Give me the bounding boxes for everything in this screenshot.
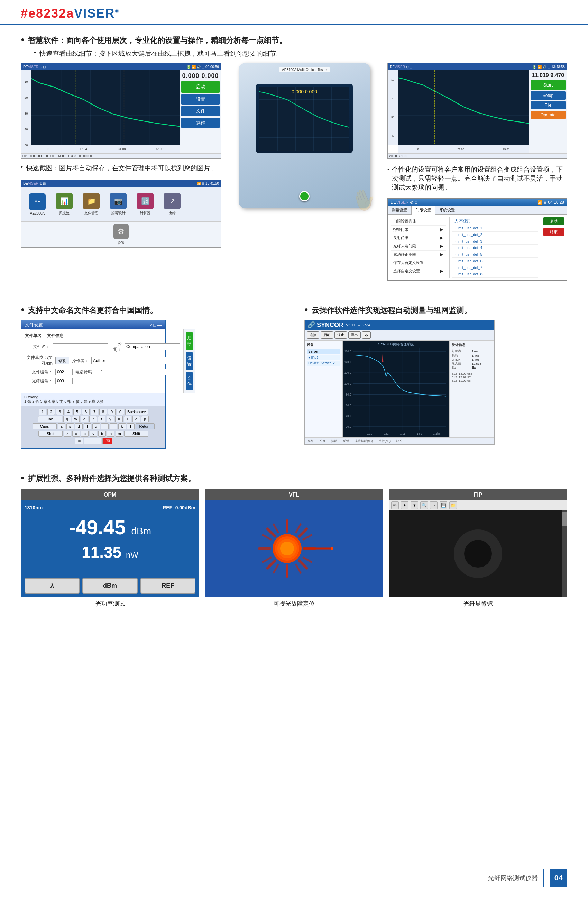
fd-input-author[interactable] [91, 357, 180, 364]
device-power-btn[interactable] [299, 191, 310, 201]
key-h[interactable]: h [101, 423, 108, 429]
fd-input-phone[interactable] [99, 369, 180, 375]
menu-alarm[interactable]: 报警门限▶ [391, 226, 446, 234]
screen2-btn-file[interactable]: File [531, 101, 565, 109]
tab-threshold[interactable]: 门限设置 [412, 206, 435, 214]
screen4-start-btn[interactable]: 启动 [544, 217, 564, 225]
screen2-btn-start[interactable]: Start [531, 80, 565, 90]
key-r[interactable]: r [89, 416, 97, 422]
screen4-end-btn[interactable]: 结束 [544, 228, 564, 236]
fip-tool-save[interactable]: 💾 [440, 501, 447, 509]
screen2-btn-setup[interactable]: Setup [531, 91, 565, 99]
key-3[interactable]: 3 [56, 409, 64, 415]
key-e[interactable]: e [81, 416, 88, 422]
key-caps[interactable]: Caps [32, 423, 57, 429]
fip-tool-folder[interactable]: 📁 [449, 501, 457, 509]
fip-scrollbar[interactable] [562, 510, 567, 597]
opm-btn-lambda[interactable]: λ [24, 578, 79, 594]
key-s[interactable]: s [66, 423, 74, 429]
key-x[interactable]: x [72, 430, 80, 437]
key-4[interactable]: 4 [65, 409, 72, 415]
menu-threshold-tools[interactable]: 门限设置具体 [391, 217, 446, 226]
fip-tool-eye[interactable]: 👁 [391, 501, 399, 509]
key-shift-r[interactable]: Shift [124, 430, 148, 437]
key-c[interactable]: c [81, 430, 89, 437]
key-k[interactable]: k [118, 423, 126, 429]
key-g[interactable]: g [92, 423, 100, 429]
screen1-btn-start[interactable]: 启动 [181, 81, 220, 93]
fd-input-fiber[interactable] [55, 378, 73, 384]
list-usr-def-8[interactable]: · limit_usr_def_8 [452, 271, 538, 277]
fd-input-company[interactable] [125, 343, 180, 350]
menu-fiber-end[interactable]: 光纤末端门限▶ [391, 242, 446, 251]
fd-input-filename[interactable] [53, 343, 108, 350]
list-usr-def-3[interactable]: · limit_usr_def_3 [452, 238, 538, 245]
key-d[interactable]: d [75, 423, 82, 429]
key-q[interactable]: q [63, 416, 71, 422]
key-delete-red[interactable]: ⌫ [102, 438, 112, 444]
key-w[interactable]: w [72, 416, 79, 422]
fd-set-btn[interactable]: 设置 [186, 352, 193, 370]
syncor-device-server2[interactable]: Device_Server_2 [307, 361, 341, 366]
opm-btn-ref[interactable]: REF [141, 578, 195, 594]
key-m[interactable]: m [116, 430, 123, 437]
key-o[interactable]: o [133, 416, 140, 422]
key-t[interactable]: t [98, 416, 105, 422]
fd-file-btn[interactable]: 文件 [186, 372, 193, 390]
key-8[interactable]: 8 [99, 409, 107, 415]
key-6[interactable]: 6 [82, 409, 90, 415]
menu-reflection[interactable]: 反射门限▶ [391, 234, 446, 242]
key-1[interactable]: 1 [39, 409, 46, 415]
tab-measure[interactable]: 测量设置 [388, 206, 412, 214]
key-l[interactable]: l [127, 423, 134, 429]
key-z[interactable]: z [64, 430, 71, 437]
list-usr-def-4[interactable]: · limit_usr_def_4 [452, 245, 538, 251]
fd-btn-modify[interactable]: 修改 [55, 357, 69, 364]
screen1-btn-op[interactable]: 操作 [181, 118, 220, 128]
syncor-btn-export[interactable]: 导出 [348, 331, 361, 339]
fip-tool-circle[interactable]: ○ [430, 501, 438, 509]
syncor-btn-start[interactable]: 启动 [321, 331, 333, 339]
screen1-btn-set[interactable]: 设置 [181, 94, 220, 104]
fd-input-fileno[interactable] [55, 369, 73, 375]
key-b[interactable]: b [98, 430, 106, 437]
syncor-device-server[interactable]: Server [307, 349, 341, 354]
fip-tool-zoom[interactable]: 🔍 [420, 501, 428, 509]
list-usr-def-7[interactable]: · limit_usr_def_7 [452, 265, 538, 271]
key-7[interactable]: 7 [91, 409, 98, 415]
fd-start-btn[interactable]: 启动 [186, 332, 193, 350]
key-tab[interactable]: Tab [38, 416, 62, 422]
list-usr-def-1[interactable]: · limit_usr_def_1 [452, 225, 538, 231]
menu-save-custom[interactable]: 保存为自定义设置 [391, 259, 446, 267]
key-5[interactable]: 5 [73, 409, 81, 415]
key-p[interactable]: p [141, 416, 149, 422]
key-misc1[interactable]: 00 [75, 438, 83, 444]
key-0[interactable]: 0 [116, 409, 124, 415]
fip-scrollbar-thumb[interactable] [562, 512, 567, 526]
list-no-use[interactable]: 大 不使用 [452, 217, 538, 225]
key-i[interactable]: i [124, 416, 131, 422]
list-usr-def-5[interactable]: · limit_usr_def_5 [452, 251, 538, 258]
key-a[interactable]: a [58, 423, 66, 429]
syncor-btn-connect[interactable]: 连接 [307, 331, 319, 339]
key-y[interactable]: y [107, 416, 114, 422]
screen2-btn-op[interactable]: Operate [531, 111, 565, 119]
opm-btn-dbm[interactable]: dBm [82, 578, 137, 594]
syncor-btn-settings[interactable]: ⚙ [362, 331, 371, 339]
key-9[interactable]: 9 [108, 409, 116, 415]
list-usr-def-6[interactable]: · limit_usr_def_6 [452, 258, 538, 265]
screen1-btn-file[interactable]: 文件 [181, 106, 220, 116]
key-backspace[interactable]: Backspace [125, 409, 148, 415]
menu-splice[interactable]: 累消静正高限▶ [391, 251, 446, 259]
menu-select-custom[interactable]: 选择自定义设置▶ [391, 267, 446, 276]
key-n[interactable]: n [107, 430, 115, 437]
key-2[interactable]: 2 [47, 409, 55, 415]
syncor-device-linus[interactable]: ● linus [307, 355, 341, 360]
key-return[interactable]: Return [136, 423, 154, 429]
fip-tool-sun[interactable]: ☀ [411, 501, 418, 509]
key-j[interactable]: j [110, 423, 117, 429]
syncor-btn-stop[interactable]: 停止 [334, 331, 347, 339]
key-shift[interactable]: Shift [38, 430, 63, 437]
key-v[interactable]: v [90, 430, 97, 437]
key-f[interactable]: f [84, 423, 91, 429]
